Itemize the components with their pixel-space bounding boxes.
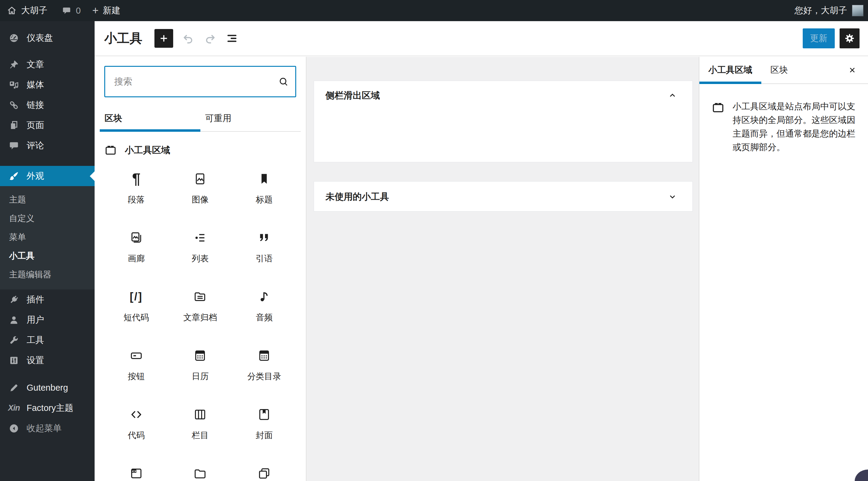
block-item-file[interactable] (168, 466, 232, 481)
cover-icon (257, 407, 271, 422)
submenu-item-widgets[interactable]: 小工具 (0, 247, 95, 265)
site-menu-item[interactable]: 大胡子 (5, 4, 49, 17)
plugin-icon (8, 294, 20, 305)
archive-folder-icon (193, 289, 207, 304)
link-icon (8, 100, 20, 110)
search-input[interactable] (104, 66, 296, 97)
search-icon (278, 76, 289, 87)
sidebar-item-label: 收起菜单 (27, 422, 62, 435)
submenu-item-theme-editor[interactable]: 主题编辑器 (0, 265, 95, 284)
sidebar-item-users[interactable]: 用户 (0, 310, 95, 330)
redo-icon (204, 32, 216, 45)
tab-reusable[interactable]: 可重用 (200, 106, 301, 131)
wrench-icon (8, 335, 20, 346)
paragraph-icon: ¶ (132, 171, 141, 186)
submenu-item-themes[interactable]: 主题 (0, 190, 95, 209)
block-label: 栏目 (192, 430, 209, 441)
submenu-label: 小工具 (9, 250, 34, 262)
gear-icon (844, 33, 855, 44)
plus-icon (158, 33, 169, 44)
sidebar-item-tools[interactable]: 工具 (0, 330, 95, 350)
pages-icon (8, 120, 20, 131)
sidebar-item-comments[interactable]: 评论 (0, 135, 95, 156)
group-icon (257, 466, 271, 481)
sidebar-item-pages[interactable]: 页面 (0, 115, 95, 135)
user-greeting[interactable]: 您好，大胡子 (795, 4, 847, 17)
redo-button[interactable] (200, 29, 220, 48)
block-item-archives[interactable]: 文章归档 (168, 289, 232, 348)
sidebar-item-settings[interactable]: 设置 (0, 350, 95, 371)
block-label: 文章归档 (183, 312, 217, 323)
comment-count: 0 (76, 6, 81, 16)
block-item-columns[interactable]: 栏目 (168, 407, 232, 466)
collapse-menu-button[interactable]: 收起菜单 (0, 418, 95, 439)
sidebar-item-gutenberg[interactable]: Gutenberg (0, 378, 95, 398)
block-item-quote[interactable]: 引语 (232, 230, 296, 289)
sidebar-item-appearance[interactable]: 外观 (0, 166, 95, 186)
admin-menu: 仪表盘 文章 媒体 (0, 21, 95, 481)
block-label: 音频 (256, 312, 273, 323)
undo-icon (182, 32, 195, 45)
update-button[interactable]: 更新 (803, 28, 835, 49)
block-item-calendar[interactable]: 日历 (168, 348, 232, 407)
panel-header[interactable]: 未使用的小工具 (314, 182, 692, 212)
widget-area-section-header: 小工具区域 (104, 144, 296, 157)
editor-canvas: 侧栏滑出区域 未使用的小工具 (306, 57, 699, 481)
audio-note-icon (257, 289, 271, 304)
sidebar-item-plugins[interactable]: 插件 (0, 289, 95, 310)
block-item-heading[interactable]: 标题 (232, 171, 296, 230)
editor-header: 小工具 (95, 21, 868, 56)
close-sidebar-button[interactable] (845, 63, 860, 77)
custom-html-icon (129, 466, 143, 481)
block-item-categories[interactable]: 分类目录 (232, 348, 296, 407)
avatar[interactable] (852, 5, 864, 16)
tab-widget-areas[interactable]: 小工具区域 (700, 57, 761, 84)
block-item-audio[interactable]: 音频 (232, 289, 296, 348)
admin-bar: 大胡子 0 + 新建 您好，大胡子 (0, 0, 868, 21)
sidebar-item-links[interactable]: 链接 (0, 95, 95, 115)
tab-block[interactable]: 区块 (761, 57, 797, 84)
submenu-item-menus[interactable]: 菜单 (0, 228, 95, 247)
submenu-label: 自定义 (9, 213, 34, 224)
list-view-icon (225, 32, 238, 45)
list-view-button[interactable] (222, 29, 242, 48)
page-title: 小工具 (104, 30, 142, 47)
block-item-image[interactable]: 图像 (168, 171, 232, 230)
settings-toggle-button[interactable] (840, 28, 860, 49)
inserter-tabs: 区块 可重用 (100, 106, 301, 132)
new-content-menu-item[interactable]: + 新建 (90, 4, 122, 17)
chevron-up-icon (668, 91, 677, 100)
submenu-label: 主题 (9, 194, 26, 205)
block-item-cover[interactable]: 封面 (232, 407, 296, 466)
sidebar-item-dashboard[interactable]: 仪表盘 (0, 28, 95, 48)
block-label: 封面 (256, 430, 273, 441)
block-item-paragraph[interactable]: ¶ 段落 (104, 171, 168, 230)
content-area: 小工具 (95, 21, 868, 481)
brush-icon (8, 171, 20, 182)
sidebar-item-posts[interactable]: 文章 (0, 54, 95, 75)
sidebar-item-label: 设置 (27, 354, 44, 366)
comment-bubble-icon (62, 6, 72, 15)
home-icon (7, 5, 17, 16)
block-label: 代码 (128, 430, 145, 441)
block-item-shortcode[interactable]: [/] 短代码 (104, 289, 168, 348)
settings-sidebar: 小工具区域 区块 小工具区域是站点布局中可以支持区块的全局部分。这些区域因主 (699, 57, 868, 481)
panel-header[interactable]: 侧栏滑出区域 (314, 81, 692, 110)
close-icon (848, 66, 857, 75)
sidebar-item-factory-theme[interactable]: Xin Factory主题 (0, 398, 95, 418)
block-item-custom-html[interactable] (104, 466, 168, 481)
tab-blocks[interactable]: 区块 (100, 106, 200, 131)
block-item-code[interactable]: 代码 (104, 407, 168, 466)
comments-menu-item[interactable]: 0 (60, 6, 83, 16)
submenu-item-customize[interactable]: 自定义 (0, 209, 95, 228)
add-block-button[interactable] (154, 29, 173, 48)
comment-icon (8, 140, 20, 151)
undo-button[interactable] (179, 29, 198, 48)
widget-area-icon (711, 101, 725, 154)
sidebar-item-media[interactable]: 媒体 (0, 75, 95, 95)
image-icon (193, 171, 207, 186)
block-item-list[interactable]: 列表 (168, 230, 232, 289)
block-item-button[interactable]: 按钮 (104, 348, 168, 407)
block-item-gallery[interactable]: 画廊 (104, 230, 168, 289)
block-item-group[interactable] (232, 466, 296, 481)
